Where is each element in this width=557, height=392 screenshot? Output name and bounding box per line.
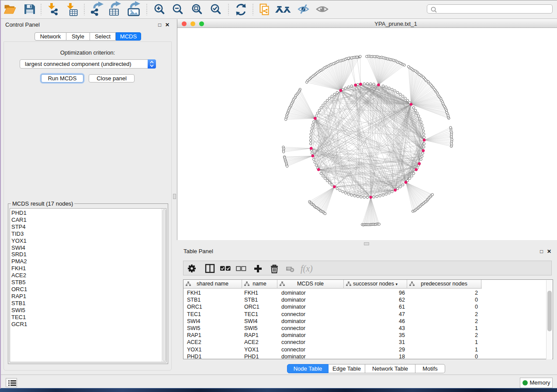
svg-text:f(x): f(x): [301, 264, 313, 274]
